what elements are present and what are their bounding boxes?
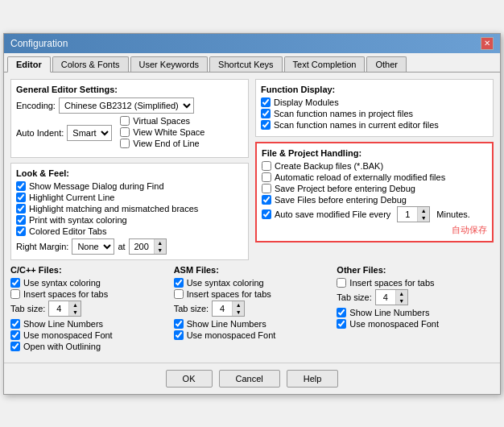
other-files-section: Other Files: Insert spaces for tabs Tab …	[337, 265, 494, 353]
cpp-spinbox-btns: ▲ ▼	[68, 301, 81, 316]
view-end-of-line-check[interactable]	[120, 139, 130, 148]
lf-check-1[interactable]	[16, 193, 26, 202]
encoding-select[interactable]: Chinese GB2312 (Simplified)	[59, 97, 194, 114]
top-row: General Editor Settings: Encoding: Chine…	[10, 79, 494, 265]
cpp-spaces-label: Insert spaces for tabs	[23, 289, 108, 299]
other-tabsize-input[interactable]	[376, 292, 395, 302]
spinbox-up[interactable]: ▲	[155, 239, 166, 247]
virtual-spaces-check[interactable]	[120, 116, 130, 126]
fp-item-2: Save Project before entering Debug	[262, 184, 487, 193]
view-end-of-line-row: View End of Line	[120, 139, 204, 148]
fp-check-3[interactable]	[262, 195, 271, 205]
other-tab-up[interactable]: ▲	[396, 290, 407, 297]
fp-check-0[interactable]	[262, 161, 271, 171]
fd-check-2[interactable]	[261, 120, 271, 130]
auto-save-up[interactable]: ▲	[418, 207, 429, 214]
asm-title: ASM Files:	[174, 265, 331, 275]
cpp-monospaced-row: Use monospaced Font	[10, 330, 167, 340]
lf-check-3[interactable]	[16, 215, 26, 225]
asm-tabsize-input[interactable]	[213, 304, 232, 313]
fp-check-2[interactable]	[262, 184, 271, 193]
asm-spaces-row: Insert spaces for tabs	[174, 289, 331, 299]
lf-check-4[interactable]	[16, 226, 26, 236]
lf-check-0[interactable]	[16, 181, 26, 191]
ok-button[interactable]: OK	[166, 370, 213, 388]
virtual-spaces-label: Virtual Spaces	[133, 116, 190, 126]
asm-linenums-check[interactable]	[174, 319, 184, 329]
other-linenums-check[interactable]	[337, 308, 346, 317]
cpp-spaces-check[interactable]	[10, 289, 20, 299]
cpp-outlining-check[interactable]	[10, 342, 20, 351]
file-project-panel: File & Project Handling: Create Backup f…	[255, 142, 494, 243]
lf-label-3: Print with syntax coloring	[29, 215, 127, 225]
fd-check-1[interactable]	[261, 109, 271, 118]
asm-tabsize-label: Tab size:	[174, 304, 209, 313]
asm-monospaced-row: Use monospaced Font	[174, 330, 331, 340]
tab-shortcut-keys[interactable]: Shortcut Keys	[209, 56, 282, 72]
auto-indent-select[interactable]: Smart	[67, 125, 112, 141]
cpp-monospaced-check[interactable]	[10, 330, 20, 340]
fd-item-2: Scan function names in current editor fi…	[261, 120, 488, 130]
cpp-linenums-label: Show Line Numbers	[23, 319, 103, 329]
tab-editor[interactable]: Editor	[7, 56, 51, 73]
cpp-files-section: C/C++ Files: Use syntax coloring Insert …	[10, 265, 167, 353]
view-white-space-check[interactable]	[120, 127, 130, 137]
lf-item-4: Colored Editor Tabs	[16, 226, 243, 236]
asm-linenums-row: Show Line Numbers	[174, 319, 331, 329]
lf-label-1: Highlight Current Line	[29, 193, 114, 202]
close-button[interactable]: ✕	[481, 37, 494, 50]
other-tabsize-spinbox: ▲ ▼	[375, 289, 408, 305]
fp-label-3: Save Files before entering Debug	[275, 195, 407, 205]
fp-item-4: Auto save modified File every ▲ ▼ Minute…	[262, 206, 487, 222]
auto-save-down[interactable]: ▼	[418, 214, 429, 222]
help-button[interactable]: Help	[287, 370, 339, 388]
right-margin-select[interactable]: None	[72, 238, 114, 255]
tab-user-keywords[interactable]: User Keywords	[130, 56, 209, 72]
lf-label-2: Highlight matching and mismatched braces	[29, 204, 198, 214]
other-monospaced-check[interactable]	[337, 319, 346, 329]
encoding-label: Encoding:	[16, 101, 56, 110]
cpp-tabsize-input[interactable]	[49, 304, 68, 313]
general-panel: General Editor Settings: Encoding: Chine…	[10, 79, 249, 158]
fp-label-1: Automatic reload of externally modified …	[275, 172, 445, 182]
view-end-of-line-label: View End of Line	[133, 139, 199, 148]
tab-other[interactable]: Other	[366, 56, 407, 72]
tab-text-completion[interactable]: Text Completion	[284, 56, 366, 72]
look-feel-title: Look & Feel:	[16, 168, 243, 178]
cpp-tab-up[interactable]: ▲	[69, 301, 81, 309]
spinbox-down[interactable]: ▼	[155, 247, 166, 254]
right-margin-input[interactable]	[130, 242, 154, 251]
at-label: at	[118, 242, 125, 251]
other-monospaced-label: Use monospaced Font	[349, 319, 439, 329]
cpp-syntax-check[interactable]	[10, 278, 20, 288]
asm-tab-down[interactable]: ▼	[233, 309, 244, 316]
cpp-tabsize-label: Tab size:	[10, 304, 45, 313]
tab-bar: Editor Colors & Fonts User Keywords Shor…	[4, 53, 500, 73]
asm-tab-up[interactable]: ▲	[233, 301, 244, 309]
other-tab-down[interactable]: ▼	[396, 297, 407, 305]
spinbox-buttons: ▲ ▼	[154, 239, 166, 254]
auto-save-input[interactable]	[398, 209, 417, 219]
cancel-button[interactable]: Cancel	[219, 370, 280, 388]
other-spaces-check[interactable]	[337, 278, 346, 288]
cpp-tab-down[interactable]: ▼	[69, 309, 81, 316]
cpp-linenums-check[interactable]	[10, 319, 20, 329]
fd-item-0: Display Modules	[261, 97, 488, 107]
asm-spaces-check[interactable]	[174, 289, 184, 299]
cpp-tabsize-spinbox: ▲ ▼	[48, 301, 81, 317]
fp-check-1[interactable]	[262, 172, 271, 182]
fd-label-2: Scan function names in current editor fi…	[274, 120, 439, 130]
fd-label-0: Display Modules	[274, 97, 339, 107]
asm-syntax-check[interactable]	[174, 278, 184, 288]
lf-check-2[interactable]	[16, 204, 26, 214]
cpp-syntax-row: Use syntax coloring	[10, 278, 167, 288]
fp-label-4: Auto save modified File every	[275, 209, 390, 219]
fp-check-4[interactable]	[262, 209, 271, 219]
file-project-title: File & Project Handling:	[262, 148, 487, 158]
view-white-space-label: View White Space	[133, 127, 204, 137]
cpp-spaces-row: Insert spaces for tabs	[10, 289, 167, 299]
tab-colors-fonts[interactable]: Colors & Fonts	[52, 56, 129, 72]
fd-check-0[interactable]	[261, 97, 271, 107]
asm-monospaced-check[interactable]	[174, 330, 184, 340]
fd-item-1: Scan function names in project files	[261, 109, 488, 118]
